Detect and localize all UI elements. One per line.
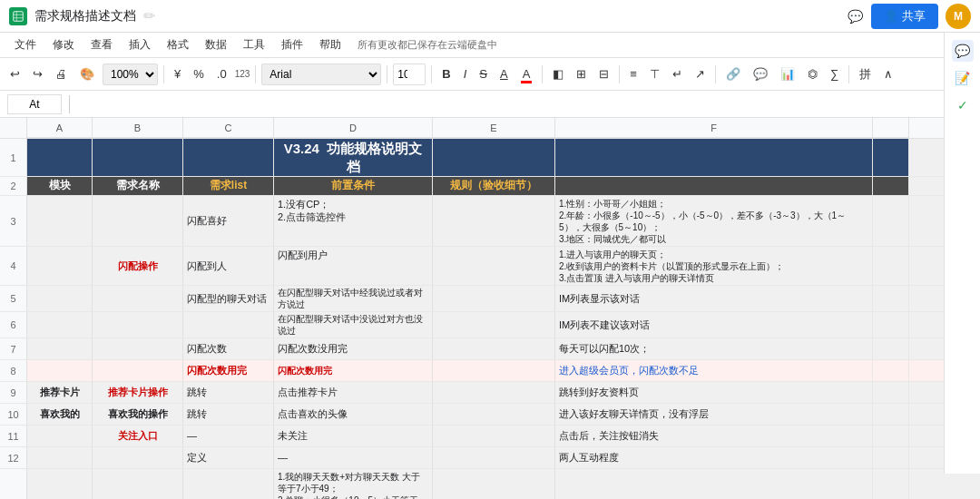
cell-11-c[interactable]: — xyxy=(183,426,274,446)
cell-6-a[interactable] xyxy=(27,312,93,338)
font-family-select[interactable]: ArialTimes New Roman xyxy=(261,64,381,85)
cell-12-b[interactable] xyxy=(93,447,183,468)
rotate-button[interactable]: ↗ xyxy=(691,65,710,83)
col-header-need-name[interactable]: 需求名称 xyxy=(93,177,183,195)
cell-3-a[interactable] xyxy=(27,196,93,246)
menu-file[interactable]: 文件 xyxy=(7,35,44,54)
fill-color-button[interactable]: ◧ xyxy=(548,65,568,83)
cell-4-b[interactable]: 闪配操作 xyxy=(93,247,183,285)
menu-help[interactable]: 帮助 xyxy=(312,35,348,54)
cell-reference-input[interactable] xyxy=(7,94,62,114)
col-header-b[interactable]: B xyxy=(93,118,183,138)
cell-12-e[interactable] xyxy=(433,447,555,468)
cell-5-e[interactable] xyxy=(433,286,555,311)
cell-9-e[interactable] xyxy=(433,382,555,403)
cell-11-e[interactable] xyxy=(433,426,555,446)
align-button[interactable]: ≡ xyxy=(625,65,642,83)
cell-13-b[interactable] xyxy=(93,469,183,499)
check-side-icon[interactable]: ✓ xyxy=(952,94,974,116)
border-button[interactable]: ⊞ xyxy=(572,65,591,83)
note-side-icon[interactable]: 📝 xyxy=(952,67,974,89)
print-button[interactable]: 🖨 xyxy=(51,65,72,83)
cell-12-a[interactable] xyxy=(27,447,93,468)
cell-9-c[interactable]: 跳转 xyxy=(183,382,274,403)
filter-button[interactable]: ⏣ xyxy=(803,65,822,83)
cell-4-f[interactable]: 1.进入与该用户的聊天页； 2.收到该用户的资料卡片（以置顶的形式显示在上面）；… xyxy=(555,247,873,285)
cell-13-e[interactable] xyxy=(433,469,555,499)
menu-plugins[interactable]: 插件 xyxy=(274,35,310,54)
cell-9-f[interactable]: 跳转到好友资料页 xyxy=(555,382,873,403)
bold-button[interactable]: B xyxy=(437,65,455,83)
cell-7-d[interactable]: 闪配次数没用完 xyxy=(274,338,433,359)
redo-button[interactable]: ↪ xyxy=(28,65,47,83)
cell-6-b[interactable] xyxy=(93,312,183,338)
cell-6-c[interactable] xyxy=(183,312,274,338)
undo-button[interactable]: ↩ xyxy=(5,65,24,83)
cell-10-b[interactable]: 喜欢我的操作 xyxy=(93,404,183,425)
cell-10-e[interactable] xyxy=(433,404,555,425)
font-color-button[interactable]: A xyxy=(516,65,537,83)
header-title-cell[interactable] xyxy=(27,139,93,176)
col-header-need-list[interactable]: 需求list xyxy=(183,177,274,195)
cell-12-c[interactable]: 定义 xyxy=(183,447,274,468)
cell-8-f[interactable]: 进入超级会员页，闪配次数不足 xyxy=(555,360,873,381)
link-button[interactable]: 🔗 xyxy=(721,65,745,83)
cell-11-b[interactable]: 关注入口 xyxy=(93,426,183,446)
menu-insert[interactable]: 插入 xyxy=(122,35,158,54)
cell-11-a[interactable] xyxy=(27,426,93,446)
chat-side-icon[interactable]: 💬 xyxy=(952,40,974,62)
formula-input[interactable] xyxy=(77,98,973,111)
avatar[interactable]: M xyxy=(946,4,971,29)
col-header-c[interactable]: C xyxy=(183,118,274,138)
comment-icon[interactable]: 💬 xyxy=(846,7,864,25)
underline-button[interactable]: A xyxy=(495,65,513,83)
cell-8-e[interactable] xyxy=(433,360,555,381)
cell-9-d[interactable]: 点击推荐卡片 xyxy=(274,382,433,403)
cell-10-c[interactable]: 跳转 xyxy=(183,404,274,425)
col-header-a[interactable]: A xyxy=(27,118,93,138)
menu-format[interactable]: 格式 xyxy=(160,35,196,54)
cell-13-c[interactable] xyxy=(183,469,274,499)
cell-8-c[interactable]: 闪配次数用完 xyxy=(183,360,274,381)
comment-tb-button[interactable]: 💬 xyxy=(749,65,772,83)
col-header-rule[interactable]: 规则（验收细节） xyxy=(433,177,555,195)
chart-button[interactable]: 📊 xyxy=(776,65,799,83)
cell-8-b[interactable] xyxy=(93,360,183,381)
cell-5-f[interactable]: IM列表显示该对话 xyxy=(555,286,873,311)
cell-9-b[interactable]: 推荐卡片操作 xyxy=(93,382,183,403)
collapse-toolbar-button[interactable]: ∧ xyxy=(879,65,897,83)
menu-view[interactable]: 查看 xyxy=(83,35,120,54)
valign-button[interactable]: ⊤ xyxy=(645,65,664,83)
cell-7-e[interactable] xyxy=(433,338,555,359)
cell-13-f[interactable]: 增加1颗亲密度 xyxy=(555,469,873,499)
cell-6-e[interactable] xyxy=(433,312,555,338)
title-pencil-icon[interactable]: ✏ xyxy=(143,7,155,24)
cell-7-c[interactable]: 闪配次数 xyxy=(183,338,274,359)
decrease-decimal-button[interactable]: .0 xyxy=(212,65,231,83)
cell-7-a[interactable] xyxy=(27,338,93,359)
currency-button[interactable]: ¥ xyxy=(170,65,185,83)
pinyin-button[interactable]: 拼 xyxy=(855,64,876,84)
formula-button[interactable]: ∑ xyxy=(826,65,843,83)
col-header-e[interactable]: E xyxy=(433,118,555,138)
cell-5-a[interactable] xyxy=(27,286,93,311)
cell-3-c[interactable]: 闪配喜好 xyxy=(183,196,274,246)
cell-4-d[interactable]: 闪配到用户 xyxy=(274,247,433,285)
cell-8-a[interactable] xyxy=(27,360,93,381)
cell-7-f[interactable]: 每天可以闪配10次； xyxy=(555,338,873,359)
cell-10-d[interactable]: 点击喜欢的头像 xyxy=(274,404,433,425)
col-header-precondition[interactable]: 前置条件 xyxy=(274,177,433,195)
menu-tools[interactable]: 工具 xyxy=(236,35,272,54)
cell-7-b[interactable] xyxy=(93,338,183,359)
col-header-d[interactable]: D xyxy=(274,118,433,138)
cell-10-a[interactable]: 喜欢我的 xyxy=(27,404,93,425)
cell-3-f[interactable]: 1.性别：小哥哥／小姐姐； 2.年龄：小很多（-10～-5），小（-5～0），差… xyxy=(555,196,873,246)
font-size-input[interactable] xyxy=(393,64,426,85)
cell-9-a[interactable]: 推荐卡片 xyxy=(27,382,93,403)
document-title[interactable]: 需求规格描述文档 xyxy=(34,8,136,24)
col-header-f[interactable]: F xyxy=(555,118,873,138)
cell-5-c[interactable]: 闪配型的聊天对话 xyxy=(183,286,274,311)
cell-11-f[interactable]: 点击后，关注按钮消失 xyxy=(555,426,873,446)
paint-format-button[interactable]: 🎨 xyxy=(75,65,99,83)
cell-6-f[interactable]: IM列表不建议该对话 xyxy=(555,312,873,338)
